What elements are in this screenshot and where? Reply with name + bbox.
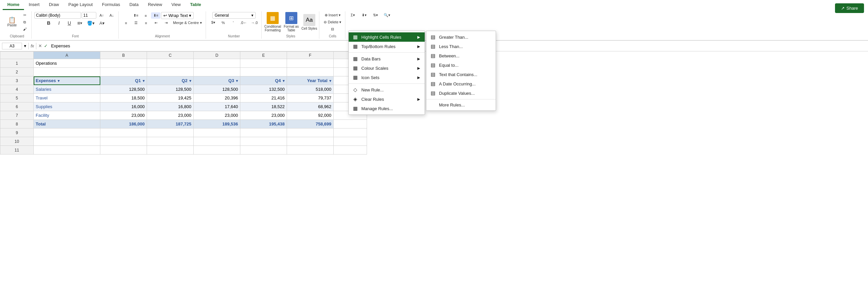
cell-1-5[interactable]	[287, 59, 334, 68]
autosum-button[interactable]: Σ▾	[348, 12, 357, 18]
cell-7-2[interactable]: 23,000	[147, 111, 194, 120]
paste-button[interactable]: 📋 Paste	[5, 14, 19, 31]
cell-5-3[interactable]: 20,396	[194, 94, 240, 103]
wrap-text-button[interactable]: ↩ Wrap Text ▾	[161, 12, 194, 19]
increase-indent-button[interactable]: ⇥	[161, 20, 170, 26]
cell-6-1[interactable]: 16,000	[100, 103, 147, 111]
submenu-item-text-contains[interactable]: ▤ Text that Contains...	[426, 70, 496, 79]
cell-8-5[interactable]: 758,699	[287, 120, 334, 129]
cell-8-1[interactable]: 186,000	[100, 120, 147, 129]
confirm-formula-button[interactable]: ✓	[44, 44, 48, 48]
cell-11-2[interactable]	[147, 146, 194, 155]
format-as-table-button[interactable]: ⊞	[285, 12, 297, 24]
fill-color-button[interactable]: 🪣▾	[85, 20, 96, 27]
delete-button[interactable]: ⊖ Delete ▾	[322, 19, 343, 25]
cell-1-3[interactable]	[194, 59, 240, 68]
cell-1-1[interactable]	[100, 59, 147, 68]
tab-data[interactable]: Data	[125, 0, 143, 10]
cell-1-4[interactable]	[240, 59, 287, 68]
cell-9-2[interactable]	[147, 129, 194, 137]
cell-8-4[interactable]: 195,438	[240, 120, 287, 129]
cell-9-1[interactable]	[100, 129, 147, 137]
cell-4-5[interactable]: 518,000	[287, 85, 334, 94]
cell-4-1[interactable]: 128,500	[100, 85, 147, 94]
cell-5-5[interactable]: 79,737	[287, 94, 334, 103]
cell-ref-chevron[interactable]: ▾	[24, 44, 26, 48]
submenu-item-more-rules[interactable]: More Rules...	[426, 101, 496, 109]
cell-11-5[interactable]	[287, 146, 334, 155]
tab-view[interactable]: View	[167, 0, 185, 10]
col-header-B[interactable]: B	[100, 52, 147, 59]
menu-item-colour-scales[interactable]: ▦ Colour Scales ▶	[349, 63, 425, 73]
borders-button[interactable]: ⊞▾	[75, 20, 84, 26]
cell-3-3[interactable]: Q3 ▾	[194, 76, 240, 85]
col-header-C[interactable]: C	[147, 52, 194, 59]
cell-3-2[interactable]: Q2 ▾	[147, 76, 194, 85]
cell-3-0[interactable]: Expenses ▾	[34, 76, 100, 85]
submenu-item-date-occurring[interactable]: ▤ A Date Occurring...	[426, 79, 496, 88]
conditional-formatting-button[interactable]: ▦	[267, 12, 279, 24]
format-painter-button[interactable]: 🖌	[20, 26, 29, 32]
col-header-E[interactable]: E	[240, 52, 287, 59]
cell-6-2[interactable]: 16,800	[147, 103, 194, 111]
cell-7-1[interactable]: 23,000	[100, 111, 147, 120]
cell-5-0[interactable]: Travel	[34, 94, 100, 103]
cell-1-2[interactable]	[147, 59, 194, 68]
cell-10-0[interactable]	[34, 137, 100, 146]
tab-formulas[interactable]: Formulas	[97, 0, 125, 10]
cell-11-1[interactable]	[100, 146, 147, 155]
cell-7-0[interactable]: Facility	[34, 111, 100, 120]
cell-10-2[interactable]	[147, 137, 194, 146]
align-bottom-button[interactable]: ⬇≡	[151, 12, 160, 19]
underline-button[interactable]: U	[65, 19, 74, 27]
cut-button[interactable]: ✂	[20, 12, 29, 18]
tab-review[interactable]: Review	[143, 0, 167, 10]
align-right-button[interactable]: ≡	[141, 20, 151, 26]
cell-11-4[interactable]	[240, 146, 287, 155]
submenu-item-less-than[interactable]: ▤ Less Than...	[426, 42, 496, 51]
fill-button[interactable]: ⬇▾	[359, 12, 369, 18]
col-header-D[interactable]: D	[194, 52, 240, 59]
submenu-item-duplicate-values[interactable]: ▤ Duplicate Values...	[426, 88, 496, 98]
cell-8-3[interactable]: 189,536	[194, 120, 240, 129]
menu-item-top-bottom[interactable]: ▦ Top/Bottom Rules ▶	[349, 42, 425, 51]
cell-2-1[interactable]	[100, 68, 147, 76]
cell-2-3[interactable]	[194, 68, 240, 76]
tab-table[interactable]: Table	[185, 0, 206, 10]
align-top-button[interactable]: ⬆≡	[131, 12, 140, 19]
cell-5-4[interactable]: 21,416	[240, 94, 287, 103]
currency-button[interactable]: $▾	[209, 19, 218, 26]
font-family-input[interactable]	[34, 12, 81, 19]
cell-2-5[interactable]	[287, 68, 334, 76]
extra-cell-8[interactable]	[334, 120, 367, 129]
menu-item-data-bars[interactable]: ▦ Data Bars ▶	[349, 54, 425, 63]
cell-10-1[interactable]	[100, 137, 147, 146]
decrease-indent-button[interactable]: ⇤	[151, 20, 161, 26]
find-select-button[interactable]: 🔍▾	[382, 12, 392, 18]
increase-decimal-button[interactable]: →.0	[249, 20, 259, 26]
submenu-item-greater-than[interactable]: ▤ Greater Than...	[426, 32, 496, 42]
cell-10-5[interactable]	[287, 137, 334, 146]
increase-font-button[interactable]: A↑	[97, 12, 106, 18]
tab-page-layout[interactable]: Page Layout	[64, 0, 97, 10]
insert-button[interactable]: ⊕ Insert ▾	[323, 12, 343, 18]
cell-reference-input[interactable]	[2, 43, 22, 49]
format-button[interactable]: ⊟	[328, 26, 337, 32]
cell-9-5[interactable]	[287, 129, 334, 137]
copy-button[interactable]: ⧉	[20, 19, 29, 25]
cell-4-4[interactable]: 132,500	[240, 85, 287, 94]
align-middle-button[interactable]: ≡	[141, 13, 150, 19]
cell-7-5[interactable]: 92,000	[287, 111, 334, 120]
cell-11-3[interactable]	[194, 146, 240, 155]
sort-filter-button[interactable]: ⇅▾	[371, 12, 380, 18]
cancel-formula-button[interactable]: ✕	[38, 44, 42, 48]
extra-cell-9[interactable]	[334, 129, 367, 137]
menu-item-new-rule[interactable]: ◇ New Rule...	[349, 85, 425, 94]
cell-6-3[interactable]: 17,640	[194, 103, 240, 111]
menu-item-manage-rules[interactable]: ▦ Manage Rules...	[349, 104, 425, 113]
font-color-button[interactable]: A▾	[97, 20, 107, 27]
extra-cell-11[interactable]	[334, 146, 367, 155]
cell-5-1[interactable]: 18,500	[100, 94, 147, 103]
submenu-item-equal-to[interactable]: ▤ Equal to...	[426, 60, 496, 70]
cell-4-0[interactable]: Salaries	[34, 85, 100, 94]
